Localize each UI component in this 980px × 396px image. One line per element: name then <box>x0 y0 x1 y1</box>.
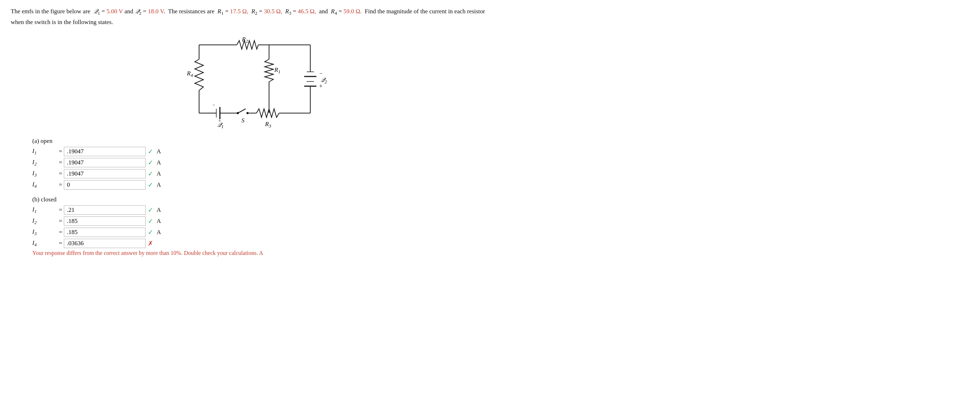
current-label-a-i3: I3 <box>32 170 57 178</box>
answer-row-a-i2: I2 = ✓ A <box>32 158 492 167</box>
check-icon-a-i2: ✓ <box>148 159 153 166</box>
cross-icon-b-i4: ✗ <box>148 240 153 248</box>
unit-b-i1: A <box>157 206 161 214</box>
unit-a-i4: A <box>157 181 161 188</box>
check-icon-b-i2: ✓ <box>148 217 153 225</box>
current-label-a-i1: I1 <box>32 148 57 156</box>
svg-text:+: + <box>319 83 323 89</box>
svg-line-29 <box>238 109 246 113</box>
check-icon-a-i1: ✓ <box>148 148 153 155</box>
check-icon-a-i4: ✓ <box>148 181 153 189</box>
check-icon-a-i3: ✓ <box>148 170 153 178</box>
unit-b-i3: A <box>157 229 161 236</box>
svg-text:R1: R1 <box>274 66 280 74</box>
svg-text:R3: R3 <box>265 121 271 129</box>
svg-text:−: − <box>212 102 215 108</box>
answer-row-b-i3: I3 = ✓ A <box>32 228 492 237</box>
unit-a-i2: A <box>157 159 161 166</box>
answer-row-b-i1: I1 = ✓ A <box>32 205 492 215</box>
svg-text:𝒬2: 𝒬2 <box>320 77 327 85</box>
answer-row-a-i4: I4 = ✓ A <box>32 180 492 190</box>
problem-statement: The emfs in the figure below are 𝒬1 = 5.… <box>11 6 492 27</box>
input-a-i4[interactable] <box>64 180 146 190</box>
current-label-b-i4: I4 <box>32 240 57 248</box>
input-a-i2[interactable] <box>64 158 146 167</box>
svg-text:R4: R4 <box>186 70 193 78</box>
section-a-label: (a) open <box>32 137 492 145</box>
input-b-i1[interactable] <box>64 205 146 215</box>
check-icon-b-i3: ✓ <box>148 228 153 236</box>
input-a-i3[interactable] <box>64 169 146 179</box>
current-label-b-i3: I3 <box>32 228 57 236</box>
error-message: Your response differs from the correct a… <box>32 250 492 256</box>
check-icon-b-i1: ✓ <box>148 206 153 214</box>
current-label-a-i4: I4 <box>32 181 57 189</box>
unit-b-i2: A <box>157 217 161 225</box>
current-label-b-i2: I2 <box>32 217 57 225</box>
answer-row-a-i1: I1 = ✓ A <box>32 147 492 156</box>
current-label-a-i2: I2 <box>32 159 57 167</box>
unit-a-i1: A <box>157 148 161 155</box>
svg-text:−: − <box>319 70 323 77</box>
unit-a-i3: A <box>157 170 161 177</box>
svg-text:S: S <box>242 117 245 124</box>
input-b-i4[interactable] <box>64 239 146 248</box>
answer-row-b-i4: I4 = ✗ <box>32 239 492 248</box>
current-label-b-i1: I1 <box>32 206 57 214</box>
answer-row-a-i3: I3 = ✓ A <box>32 169 492 179</box>
input-b-i2[interactable] <box>64 217 146 226</box>
input-a-i1[interactable] <box>64 147 146 156</box>
answer-row-b-i2: I2 = ✓ A <box>32 217 492 226</box>
circuit-diagram: R2 − + 𝒬2 R1 R4 <box>11 30 492 131</box>
section-b-label: (b) closed <box>32 196 492 203</box>
svg-text:𝒬1: 𝒬1 <box>217 121 224 129</box>
input-b-i3[interactable] <box>64 228 146 237</box>
